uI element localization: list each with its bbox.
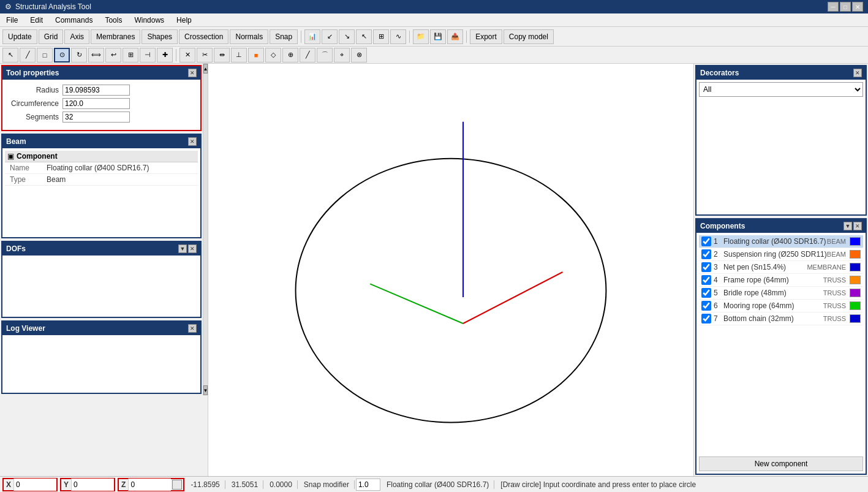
circumference-input[interactable] [62,98,130,109]
tool-circle[interactable]: ⊙ [54,48,70,62]
tool-beam-line[interactable]: ╱ [300,48,315,62]
menu-file[interactable]: File [0,13,24,26]
tool-perp[interactable]: ⊥ [231,48,247,62]
tool-grid-pts[interactable]: ⊞ [123,48,138,62]
tool-scissors[interactable]: ✂ [197,48,213,62]
y-label: Y [61,480,71,489]
scroll-down[interactable]: ▼ [203,385,208,395]
decorators-filter[interactable]: All [699,82,863,97]
tool-orange-sq[interactable]: ■ [248,48,264,62]
minimize-button[interactable]: ─ [828,2,839,12]
beam-close[interactable]: ✕ [188,137,197,146]
components-close[interactable]: ✕ [853,222,862,230]
toolbar-1: Update Grid Axis Membranes Shapes Crosse… [0,27,868,47]
component-item-4[interactable]: 4 Frame rope (64mm) TRUSS [699,274,863,287]
comp-checkbox-4[interactable] [701,275,711,285]
btn-copy-model[interactable]: Copy model [504,29,554,44]
btn-folder[interactable]: 📁 [413,29,429,44]
tool-delete[interactable]: ✕ [179,48,195,62]
tool-split[interactable]: ⊣ [140,48,156,62]
tool-pointer[interactable]: ↖ [2,48,18,62]
btn-update[interactable]: Update [2,29,37,44]
component-item-7[interactable]: 7 Bottom chain (32mm) TRUSS [699,312,863,325]
component-item-2[interactable]: 2 Suspension ring (Ø250 SDR11) BEAM [699,248,863,261]
component-item-3[interactable]: 3 Net pen (Sn15.4%) MEMBRANE [699,261,863,274]
btn-save[interactable]: 💾 [430,29,446,44]
tool-cross[interactable]: ✚ [157,48,173,62]
canvas-area[interactable] [208,64,693,476]
btn-snap[interactable]: Snap [270,29,298,44]
btn-crossection[interactable]: Crossection [179,29,228,44]
btn-membranes[interactable]: Membranes [91,29,140,44]
y-input[interactable] [71,479,114,491]
tool-rect[interactable]: □ [37,48,53,62]
tool-arc[interactable]: ⌒ [317,48,333,62]
scroll-up[interactable]: ▲ [203,64,208,74]
log-content [2,335,200,393]
x-input[interactable] [13,479,56,491]
btn-arrow-dl[interactable]: ↙ [322,29,338,44]
tool-special[interactable]: ⊗ [351,48,367,62]
tool-measure[interactable]: ⌖ [334,48,350,62]
component-item-5[interactable]: 5 Bridle rope (48mm) TRUSS [699,287,863,300]
tool-properties-close[interactable]: ✕ [188,69,197,77]
tool-plus-node[interactable]: ⊕ [282,48,298,62]
menu-help[interactable]: Help [170,13,198,26]
left-scrollbar[interactable]: ▲ ▼ [203,64,208,395]
left-panel: Tool properties ✕ Radius Circumference [0,64,208,476]
z-label: Z [119,480,128,489]
btn-export-icon[interactable]: 📤 [447,29,463,44]
btn-normals[interactable]: Normals [230,29,268,44]
circumference-label: Circumference [7,99,62,108]
log-viewer-panel: Log Viewer ✕ [1,320,202,394]
new-component-button[interactable]: New component [699,456,863,471]
btn-chart[interactable]: 📊 [304,29,320,44]
segments-input[interactable] [62,112,130,123]
app-icon: ⚙ [5,2,12,11]
tool-undo[interactable]: ↩ [105,48,121,62]
z-checkbox[interactable] [172,480,182,490]
comp-checkbox-3[interactable] [701,262,711,272]
decorators-close[interactable]: ✕ [853,69,862,77]
log-viewer-close[interactable]: ✕ [188,324,197,333]
btn-export[interactable]: Export [470,29,502,44]
menu-commands[interactable]: Commands [49,13,99,26]
comp-num-2: 2 [714,250,723,259]
btn-shapes[interactable]: Shapes [142,29,178,44]
tool-line[interactable]: ╱ [20,48,36,62]
tool-diamond[interactable]: ◇ [265,48,281,62]
comp-checkbox-7[interactable] [701,314,711,324]
btn-arrow-dr[interactable]: ↘ [339,29,355,44]
status-bar: X Y Z -11.8595 31.5051 0.0000 Snap modif… [0,476,868,492]
z-input[interactable] [128,479,171,491]
components-down[interactable]: ▼ [843,222,852,230]
tool-extend[interactable]: ⇹ [214,48,230,62]
tool-mirror[interactable]: ⟺ [88,48,104,62]
btn-axis[interactable]: Axis [64,29,89,44]
tool-rotate[interactable]: ↻ [71,48,87,62]
menu-edit[interactable]: Edit [24,13,49,26]
log-viewer-header: Log Viewer ✕ [2,322,200,335]
comp-checkbox-1[interactable] [701,237,711,246]
dofs-down[interactable]: ▼ [178,244,187,253]
dofs-content [2,255,200,317]
btn-arrow-ul[interactable]: ↖ [356,29,372,44]
comp-checkbox-5[interactable] [701,288,711,298]
comp-checkbox-2[interactable] [701,249,711,259]
component-item-1[interactable]: 1 Floating collar (Ø400 SDR16.7) BEAM [699,235,863,248]
component-item-6[interactable]: 6 Mooring rope (64mm) TRUSS [699,300,863,312]
radius-input[interactable] [62,85,130,96]
comp-name-7: Bottom chain (32mm) [723,314,823,323]
comp-checkbox-6[interactable] [701,301,711,311]
menu-windows[interactable]: Windows [128,13,170,26]
snap-modifier-input[interactable] [356,479,380,491]
btn-grid2[interactable]: ⊞ [373,29,389,44]
menu-tools[interactable]: Tools [99,13,128,26]
collapse-icon[interactable]: ▣ [7,152,14,161]
maximize-button[interactable]: □ [840,2,851,12]
btn-grid[interactable]: Grid [39,29,64,44]
close-button[interactable]: ✕ [852,2,863,12]
comp-type-6: TRUSS [823,302,846,309]
btn-wave[interactable]: ∿ [390,29,406,44]
dofs-close[interactable]: ✕ [188,244,197,253]
